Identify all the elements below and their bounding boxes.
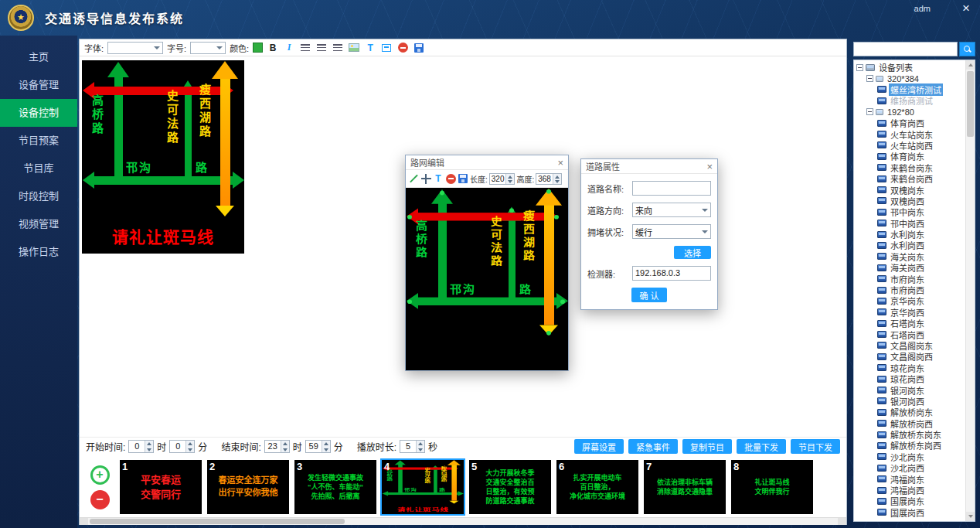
- tree-row[interactable]: 体育岗西: [856, 118, 964, 128]
- tree-row[interactable]: 维扬商测试: [856, 95, 964, 106]
- tree-row[interactable]: 设备列表: [856, 62, 964, 73]
- spinner-arrows[interactable]: [145, 441, 153, 452]
- editor-diagram[interactable]: 高桥路 史可法路 瘦西湖路 邗沟 路 请礼让斑马线: [406, 188, 568, 370]
- tree-row[interactable]: 京华岗西: [856, 307, 964, 318]
- tree-row[interactable]: 解放桥东岗东: [856, 429, 964, 440]
- bold-button[interactable]: B: [267, 42, 279, 54]
- search-button[interactable]: [959, 42, 975, 56]
- editor-canvas[interactable]: 高桥路 史可法路 瘦西湖路 邗沟 路 请礼让斑马线: [406, 188, 568, 370]
- save-button[interactable]: [413, 42, 425, 54]
- tree-row[interactable]: 火车站岗西: [856, 140, 964, 151]
- tree-row[interactable]: 320*384: [856, 73, 964, 83]
- tree-row[interactable]: 解放桥岗东: [856, 407, 964, 417]
- tree-row[interactable]: 解放桥东岗西: [856, 440, 964, 451]
- tree-row[interactable]: 文昌阁岗西: [856, 351, 964, 362]
- dialog-close-button[interactable]: ×: [706, 162, 713, 172]
- spinner-arrows[interactable]: [185, 441, 194, 452]
- add-program-button[interactable]: +: [90, 465, 110, 485]
- edit-handle[interactable]: [546, 189, 551, 194]
- up-arrow-icon[interactable]: [417, 441, 424, 447]
- program-thumb-2[interactable]: 2 春运安全连万家 出行平安你我他: [207, 460, 289, 514]
- up-arrow-icon[interactable]: [281, 441, 289, 447]
- sidebar-item[interactable]: 设备管理: [0, 71, 77, 99]
- tree-row[interactable]: 192*80: [856, 107, 964, 118]
- action-button[interactable]: 紧急事件: [628, 439, 678, 454]
- tree-expander-icon[interactable]: [866, 108, 873, 115]
- edit-handle[interactable]: [440, 191, 444, 196]
- down-arrow-icon[interactable]: [281, 447, 289, 453]
- tree-row[interactable]: 石塔岗西: [856, 329, 964, 339]
- tree-row[interactable]: 银河岗西: [856, 396, 964, 407]
- text-tool-button[interactable]: T: [433, 172, 444, 185]
- select-detector-button[interactable]: 选择: [674, 246, 711, 259]
- tree-row[interactable]: 鸿福岗东: [856, 473, 964, 484]
- font-family-select[interactable]: [107, 42, 163, 54]
- tree-row[interactable]: 海关岗东: [856, 251, 964, 262]
- tree-row[interactable]: 国展岗东: [856, 496, 964, 506]
- dialog-close-button[interactable]: ×: [557, 158, 563, 168]
- down-arrow-icon[interactable]: [553, 179, 561, 184]
- down-arrow-icon[interactable]: [506, 179, 514, 184]
- tree-row[interactable]: 文昌阁岗东: [856, 340, 964, 351]
- tree-row[interactable]: 解放桥岗西: [856, 418, 964, 429]
- tree-row[interactable]: 石塔岗东: [856, 318, 964, 329]
- spinner-arrows[interactable]: [322, 441, 330, 452]
- action-button[interactable]: 复制节目: [682, 439, 732, 454]
- road-direction-select[interactable]: 来向: [632, 203, 711, 217]
- tree-row[interactable]: 双槐岗东: [856, 184, 964, 195]
- scroll-thumb[interactable]: [967, 71, 974, 137]
- spinner-arrows[interactable]: [281, 441, 289, 452]
- length-spinner[interactable]: 320: [489, 173, 516, 185]
- window-close-button[interactable]: ×: [958, 1, 974, 16]
- tree-row[interactable]: 水利岗东: [856, 229, 964, 240]
- tree-expander-icon[interactable]: [856, 64, 863, 71]
- start-hour-spinner[interactable]: 0: [128, 440, 154, 453]
- down-arrow-icon[interactable]: [322, 447, 330, 453]
- edit-handle[interactable]: [407, 299, 412, 304]
- insert-text-button[interactable]: T: [364, 42, 376, 54]
- color-swatch[interactable]: [253, 43, 263, 53]
- tree-row[interactable]: 双槐岗西: [856, 196, 964, 206]
- tree-row[interactable]: 市府岗东: [856, 273, 964, 284]
- tree-row[interactable]: 京华岗东: [856, 295, 964, 306]
- scroll-up-arrow[interactable]: [966, 60, 975, 70]
- align-right-button[interactable]: [332, 42, 344, 54]
- save-tool-button[interactable]: [458, 172, 468, 185]
- congestion-select[interactable]: 缓行: [632, 224, 711, 239]
- tree-row[interactable]: 沙北岗西: [856, 462, 964, 473]
- tree-row[interactable]: 鸿福岗西: [856, 485, 964, 496]
- tree-row[interactable]: 海关岗西: [856, 262, 964, 273]
- tree-row[interactable]: 来鹤台岗东: [856, 162, 964, 173]
- action-button[interactable]: 节目下发: [791, 439, 840, 454]
- program-thumb-7[interactable]: 7 依法治理非标车辆 消除道路交通隐患: [644, 460, 726, 514]
- led-preview[interactable]: 高桥路 史可法路 瘦西湖路 邗沟 路 请礼让斑马线: [82, 60, 244, 254]
- down-arrow-icon[interactable]: [186, 447, 194, 453]
- detector-input[interactable]: 192.168.0.3: [632, 266, 711, 281]
- edit-handle[interactable]: [560, 299, 565, 304]
- confirm-button[interactable]: 确 认: [631, 288, 666, 302]
- program-thumb-3[interactable]: 3 发生轻微交通事故 “人不伤、车能动” 先拍照、后撤离: [294, 460, 376, 514]
- action-button[interactable]: 屏幕设置: [574, 439, 624, 454]
- fit-screen-button[interactable]: [380, 42, 393, 54]
- user-name[interactable]: adm: [914, 4, 931, 13]
- tree-row[interactable]: 螺丝湾桥测试: [856, 84, 964, 95]
- edit-handle[interactable]: [546, 331, 551, 336]
- road-name-input[interactable]: [632, 181, 711, 196]
- end-hour-spinner[interactable]: 23: [264, 440, 290, 453]
- scroll-right-arrow[interactable]: [838, 518, 846, 525]
- program-thumb-6[interactable]: 6 扎实开展电动车 百日整治， 净化城市交通环境: [556, 460, 638, 514]
- tree-row[interactable]: 邗中岗东: [856, 206, 964, 217]
- font-size-select[interactable]: [190, 42, 226, 54]
- tree-row[interactable]: 水利岗西: [856, 240, 964, 250]
- scroll-left-arrow[interactable]: [80, 518, 88, 525]
- start-minute-spinner[interactable]: 0: [169, 440, 195, 453]
- scroll-thumb[interactable]: [90, 519, 345, 524]
- italic-button[interactable]: I: [283, 42, 295, 54]
- up-arrow-icon[interactable]: [186, 441, 194, 447]
- program-thumb-4-selected[interactable]: 高桥路 史可法路 瘦西湖路 邗沟 路 请礼让斑马线 4: [382, 460, 464, 514]
- scroll-down-arrow[interactable]: [966, 512, 975, 521]
- insert-image-button[interactable]: [348, 42, 360, 54]
- sidebar-item[interactable]: 操作日志: [0, 238, 77, 266]
- up-arrow-icon[interactable]: [145, 441, 153, 447]
- sidebar-item[interactable]: 节目预案: [0, 127, 77, 155]
